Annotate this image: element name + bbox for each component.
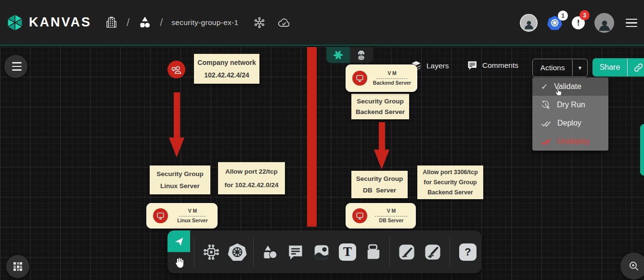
vm-node-backend-server[interactable]: V M --------------- Backend Server bbox=[346, 64, 417, 92]
sticky-note-allow-3306[interactable]: Allow port 3306/tcp for Security Group B… bbox=[417, 165, 483, 199]
note-line: Company network bbox=[194, 59, 259, 66]
alert-count-badge: 3 bbox=[580, 10, 590, 20]
user-workstation-icon bbox=[171, 64, 182, 76]
freehand-draw-tool-button[interactable] bbox=[420, 230, 446, 273]
company-network-node[interactable] bbox=[167, 61, 185, 78]
hamburger-menu-icon[interactable] bbox=[626, 19, 637, 27]
sticky-note-sg-linux[interactable]: Security Group Linux Server bbox=[150, 165, 210, 194]
kanvas-logo[interactable]: KANVAS bbox=[6, 13, 91, 32]
vm-monitor-icon bbox=[352, 208, 367, 223]
menu-item-deploy[interactable]: Deploy bbox=[532, 114, 608, 132]
menu-item-validate[interactable]: ✓ Validate bbox=[532, 77, 608, 96]
help-icon: ? bbox=[459, 243, 477, 261]
apps-grid-icon bbox=[13, 262, 22, 271]
text-tool-button[interactable]: T bbox=[335, 230, 361, 273]
actions-label: Actions bbox=[533, 64, 572, 72]
help-button[interactable]: ? bbox=[455, 230, 481, 273]
note-tool-button[interactable] bbox=[361, 230, 386, 273]
collaborator-avatar[interactable] bbox=[520, 14, 538, 32]
side-panel-tab[interactable] bbox=[640, 124, 644, 176]
cloud-saved-icon[interactable] bbox=[277, 16, 291, 29]
zoom-in-button[interactable] bbox=[620, 253, 644, 280]
note-line: Linux Server bbox=[150, 182, 210, 190]
menu-item-label: Undeploy bbox=[557, 137, 590, 146]
service-mesh-icon[interactable] bbox=[253, 16, 266, 29]
select-tool-button[interactable] bbox=[167, 230, 190, 252]
kubernetes-status-button[interactable]: 1 bbox=[547, 15, 562, 30]
vm-divider: --------------- bbox=[367, 76, 417, 80]
note-line: for Security Group bbox=[417, 179, 483, 186]
sticky-note-allow-22[interactable]: Allow port 22/tcp for 102.42.42.0/24 bbox=[218, 162, 285, 194]
menu-item-label: Deploy bbox=[557, 119, 581, 127]
actions-dropdown-menu: ✓ Validate Dry Run Deploy bbox=[532, 77, 608, 151]
draw-connector-tool-button[interactable] bbox=[394, 230, 420, 273]
comment-tool-button[interactable] bbox=[283, 230, 309, 273]
collaboration-button[interactable] bbox=[350, 47, 374, 63]
caret-down-icon[interactable]: ▼ bbox=[572, 60, 587, 76]
kubernetes-tool-button[interactable] bbox=[224, 230, 250, 273]
canvas-surface[interactable]: Layers Comments Actions ▼ Share ✓ Valida… bbox=[0, 47, 644, 280]
vm-monitor-icon bbox=[352, 71, 367, 86]
pen-squiggle-icon bbox=[424, 243, 442, 261]
crossed-double-check-icon bbox=[541, 137, 551, 147]
organization-icon[interactable] bbox=[105, 16, 118, 29]
alert-icon: ! bbox=[577, 18, 580, 28]
actions-button[interactable]: Actions ▼ bbox=[532, 59, 588, 77]
menu-icon bbox=[12, 62, 22, 71]
kubernetes-helm-icon bbox=[227, 242, 247, 262]
image-tool-button[interactable] bbox=[309, 230, 335, 273]
arrow-connector bbox=[174, 92, 180, 138]
user-avatar[interactable] bbox=[594, 13, 614, 33]
chip-icon bbox=[202, 242, 221, 262]
vm-node-db-server[interactable]: V M ---------------- DB Server bbox=[346, 203, 416, 229]
canvas-menu-button[interactable] bbox=[4, 55, 27, 78]
kanvas-logo-text: KANVAS bbox=[29, 15, 91, 30]
share-button[interactable]: Share bbox=[592, 58, 644, 76]
note-line: Security Group bbox=[351, 175, 408, 182]
component-tool-button[interactable] bbox=[198, 230, 224, 273]
pan-tool-button[interactable] bbox=[167, 252, 190, 273]
arrow-connector bbox=[379, 122, 385, 150]
vm-title: V M bbox=[168, 208, 217, 214]
magnifier-plus-icon bbox=[628, 260, 640, 272]
note-line: Backend Server bbox=[417, 189, 483, 196]
note-line: Backend Server bbox=[351, 108, 409, 115]
sticky-note-company-network[interactable]: Company network 102.42.42.4/24 bbox=[194, 54, 259, 84]
note-line: Allow port 3306/tcp bbox=[417, 169, 483, 176]
headset-user-icon bbox=[355, 49, 367, 61]
menu-item-dry-run[interactable]: Dry Run bbox=[532, 96, 608, 114]
vm-divider: ------------- bbox=[168, 214, 217, 217]
network-boundary-bar[interactable] bbox=[307, 47, 317, 227]
spiral-icon bbox=[333, 50, 344, 61]
sticky-note-sg-db[interactable]: Security Group DB Server bbox=[351, 171, 408, 198]
copy-link-button[interactable] bbox=[627, 58, 644, 76]
vm-node-linux-server[interactable]: V M ------------- Linux Server bbox=[146, 203, 218, 229]
shapes-tool-button[interactable] bbox=[257, 230, 283, 273]
kanvas-logo-icon bbox=[6, 13, 24, 32]
note-line: 102.42.42.4/24 bbox=[194, 71, 259, 79]
double-check-icon bbox=[541, 118, 551, 128]
vm-title: V M bbox=[367, 208, 415, 214]
comments-button[interactable]: Comments bbox=[466, 60, 518, 71]
breadcrumb: / / security-group-ex-1 bbox=[105, 16, 290, 29]
vm-monitor-icon bbox=[153, 208, 168, 223]
note-line: DB Server bbox=[351, 187, 408, 194]
design-mode-button[interactable] bbox=[326, 47, 350, 63]
comments-icon bbox=[466, 60, 478, 71]
note-line: Security Group bbox=[150, 170, 210, 178]
breadcrumb-separator: / bbox=[160, 16, 163, 29]
menu-item-undeploy[interactable]: Undeploy bbox=[532, 132, 608, 151]
sticky-note-sg-backend[interactable]: Security Group Backend Server bbox=[351, 94, 409, 119]
sticky-note-icon bbox=[364, 243, 383, 261]
note-line: for 102.42.42.0/24 bbox=[218, 181, 285, 189]
alerts-button[interactable]: ! 3 bbox=[572, 16, 585, 29]
designs-shapes-icon[interactable] bbox=[138, 16, 151, 29]
breadcrumb-separator: / bbox=[127, 16, 129, 29]
app-header: KANVAS / / security-group-ex-1 bbox=[0, 0, 644, 46]
history-gear-icon bbox=[541, 100, 551, 110]
vm-title: V M bbox=[367, 70, 417, 76]
vm-name: Linux Server bbox=[168, 217, 217, 224]
apps-grid-button[interactable] bbox=[6, 255, 29, 278]
vm-divider: ---------------- bbox=[367, 214, 415, 217]
hand-icon bbox=[173, 256, 185, 269]
